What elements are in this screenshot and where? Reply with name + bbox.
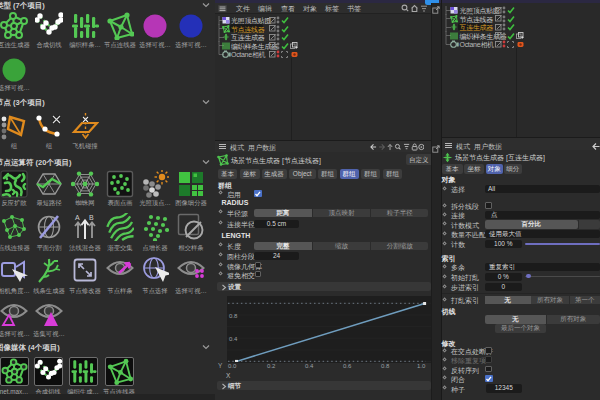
svg-text:A: A [75, 214, 80, 221]
svg-text:B: B [89, 214, 94, 221]
